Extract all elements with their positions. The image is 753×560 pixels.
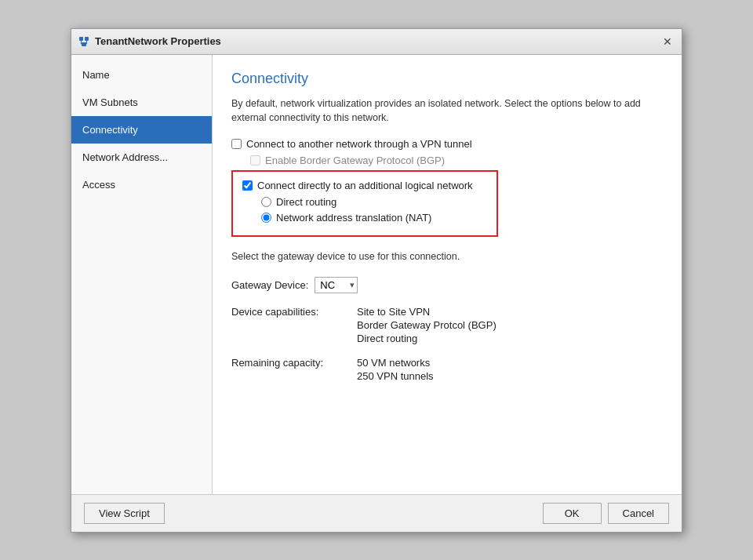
cancel-button[interactable]: Cancel [608, 503, 669, 524]
gateway-select[interactable]: NC [315, 277, 358, 293]
capabilities-section: Device capabilities: Site to Site VPN Bo… [231, 306, 663, 344]
main-content: Connectivity By default, network virtual… [213, 55, 682, 494]
sidebar-item-vm-subnets[interactable]: VM Subnets [71, 89, 212, 116]
nat-radio[interactable] [261, 213, 271, 223]
network-icon [78, 35, 90, 48]
device-capabilities-values: Site to Site VPN Border Gateway Protcol … [357, 306, 497, 344]
vpn-option-row: Connect to another network through a VPN… [231, 138, 663, 150]
remaining-capacity-row: Remaining capacity: 50 VM networks 250 V… [231, 357, 663, 382]
svg-rect-0 [79, 37, 83, 41]
close-button[interactable]: ✕ [660, 34, 675, 49]
dialog-title: TenantNetwork Properties [95, 35, 221, 47]
cap-value-0: Site to Site VPN [357, 306, 497, 318]
ok-button[interactable]: OK [543, 503, 602, 524]
gateway-device-row: Gateway Device: NC [231, 277, 663, 293]
direct-connect-option-row: Connect directly to an additional logica… [242, 180, 487, 191]
footer-left: View Script [84, 503, 165, 524]
sidebar-item-access[interactable]: Access [71, 171, 212, 198]
vpn-checkbox[interactable] [231, 139, 242, 149]
title-bar-left: TenantNetwork Properties [78, 35, 221, 48]
sidebar-item-name[interactable]: Name [71, 61, 212, 89]
bgp-checkbox[interactable] [250, 155, 260, 165]
gateway-device-label: Gateway Device: [231, 279, 308, 291]
remaining-capacity-values: 50 VM networks 250 VPN tunnels [357, 357, 434, 382]
sidebar: Name VM Subnets Connectivity Network Add… [71, 55, 213, 494]
remaining-capacity-label: Remaining capacity: [231, 357, 357, 382]
nat-option-row: Network address translation (NAT) [261, 212, 487, 224]
direct-routing-row: Direct routing [261, 196, 487, 208]
cap-value-1: Border Gateway Protcol (BGP) [357, 319, 497, 331]
dialog-footer: View Script OK Cancel [71, 494, 682, 532]
view-script-button[interactable]: View Script [84, 503, 165, 524]
remaining-cap-value-0: 50 VM networks [357, 357, 434, 369]
bgp-option-row: Enable Border Gateway Protocol (BGP) [250, 155, 663, 166]
dialog-window: TenantNetwork Properties ✕ Name VM Subne… [71, 28, 682, 533]
bgp-label: Enable Border Gateway Protocol (BGP) [265, 155, 445, 166]
direct-routing-label: Direct routing [276, 196, 336, 208]
device-capabilities-row: Device capabilities: Site to Site VPN Bo… [231, 306, 663, 344]
svg-rect-1 [85, 37, 89, 41]
cap-value-2: Direct routing [357, 333, 497, 344]
remaining-capacity-section: Remaining capacity: 50 VM networks 250 V… [231, 357, 663, 382]
sidebar-item-connectivity[interactable]: Connectivity [71, 116, 212, 144]
nat-label: Network address translation (NAT) [276, 212, 431, 224]
dialog-body: Name VM Subnets Connectivity Network Add… [71, 55, 682, 494]
sidebar-item-network-address[interactable]: Network Address... [71, 144, 212, 171]
highlighted-section: Connect directly to an additional logica… [231, 170, 498, 237]
gateway-description: Select the gateway device to use for thi… [231, 249, 663, 264]
footer-right: OK Cancel [543, 503, 669, 524]
remaining-cap-value-1: 250 VPN tunnels [357, 370, 434, 382]
section-title: Connectivity [231, 71, 663, 87]
description-text: By default, network virtualization provi… [231, 96, 663, 126]
vpn-label: Connect to another network through a VPN… [246, 138, 472, 150]
direct-connect-checkbox[interactable] [242, 180, 253, 191]
gateway-select-wrapper: NC [315, 277, 358, 293]
direct-connect-label: Connect directly to an additional logica… [257, 180, 473, 191]
direct-routing-radio[interactable] [261, 197, 271, 207]
title-bar: TenantNetwork Properties ✕ [71, 29, 682, 55]
device-capabilities-label: Device capabilities: [231, 306, 357, 344]
